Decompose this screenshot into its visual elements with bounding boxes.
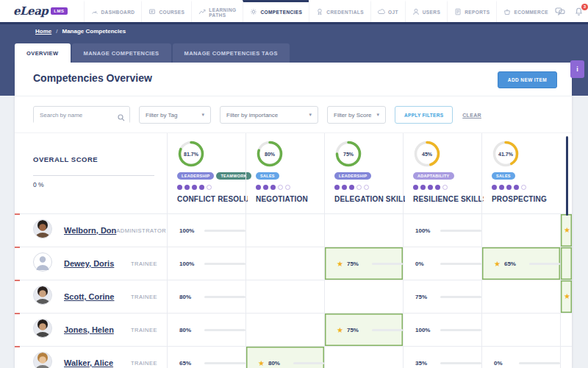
competency-column-2[interactable]: 80%SALESNEGOTIATION [245,133,324,215]
overall-score-block: OVERALL SCORE 0 % [33,155,154,188]
importance-dot [184,185,190,190]
score-value: 80% [179,294,198,300]
progress-bar [519,362,560,364]
competency-name: DELEGATION SKILLS [334,195,405,203]
score-cell[interactable] [324,280,403,313]
clipped-score-cell[interactable]: ★ [560,214,572,247]
logo[interactable]: eLeap LMS [0,0,78,22]
importance-dots [413,185,481,190]
add-new-item-button[interactable]: ADD NEW ITEM [498,71,557,88]
score-cell[interactable] [481,314,560,346]
clipped-score-cell[interactable]: ★ [560,280,572,313]
score-cell[interactable]: 100% [167,214,245,247]
apply-filters-button[interactable]: APPLY FILTERS [395,106,453,124]
filter-by-score-select[interactable]: Filter by Score ▾ [327,106,386,124]
score-cell[interactable]: ★75% [324,314,403,346]
score-cell[interactable]: 80% [167,280,245,313]
tag-pill: LEADERSHIP [334,172,371,180]
score-cell[interactable] [245,214,324,247]
avatar [33,219,52,241]
nav-item-reports[interactable]: REPORTS [447,0,496,22]
competency-column-1[interactable]: 81.7%LEADERSHIPTEAMWORKCONFLICT RESOLU..… [167,133,245,215]
star-icon: ★ [258,359,265,367]
score-cell[interactable] [324,214,403,247]
score-cell[interactable] [481,280,560,313]
score-cell[interactable]: ★75% [324,247,403,280]
user-name-link[interactable]: Scott, Corine [64,292,114,301]
score-value: 100% [179,227,198,234]
breadcrumb-home-link[interactable]: Home [35,28,51,35]
filter-by-tag-select[interactable]: Filter by Tag ▾ [139,106,211,124]
ojt-icon [378,8,385,16]
score-cell[interactable]: ★65% [481,247,560,280]
nav-item-label: LEARNING PATHS [209,7,236,18]
nav-item-ojt[interactable]: OJT [370,0,405,22]
competency-column-3[interactable]: 75%LEADERSHIPDELEGATION SKILLS [324,133,403,215]
nav-item-courses[interactable]: COURSES [141,0,191,22]
user-cell: Jones, HelenTRAINEE [15,314,167,346]
tab-manage-competencies-tags[interactable]: MANAGE COMPETENCIES TAGS [173,43,290,63]
clear-filters-link[interactable]: CLEAR [462,113,481,118]
user-name-link[interactable]: Jones, Helen [64,325,114,334]
score-cell[interactable]: 65% [167,347,245,368]
filter-by-importance-select[interactable]: Filter by importance ▾ [220,106,318,124]
score-donut: 41.7% [492,140,520,168]
nav-item-learning-paths[interactable]: LEARNING PATHS [191,0,243,22]
nav-item-dashboard[interactable]: DASHBOARD [84,0,142,22]
reports-icon [454,8,462,16]
score-donut: 75% [334,140,362,168]
importance-dot [285,185,290,190]
score-cell[interactable] [324,347,403,368]
vertical-scrollbar[interactable] [566,136,568,216]
score-value: 80% [179,327,198,333]
clipped-score-cell[interactable] [560,314,572,346]
tab-overview[interactable]: OVERVIEW [15,43,71,63]
notifications-bell-icon[interactable]: 3 [574,7,584,16]
clipped-score-cell[interactable] [560,247,572,280]
user-role: TRAINEE [131,261,157,267]
importance-dot [521,185,526,190]
user-name-link[interactable]: Walker, Alice [64,358,113,367]
importance-dot [199,185,204,190]
user-name-link[interactable]: Dewey, Doris [64,259,114,268]
importance-dot [428,185,433,190]
user-name-link[interactable]: Welborn, Don [64,226,116,235]
score-donut: 45% [413,140,441,168]
score-cell[interactable]: 0% [403,247,481,280]
nav-item-credentials[interactable]: CREDENTIALS [309,0,370,22]
tag-row: LEADERSHIPTEAMWORK [177,172,245,180]
score-donut-value: 75% [334,140,362,168]
main-nav: DASHBOARDCOURSESLEARNING PATHSCOMPETENCI… [84,0,555,22]
breadcrumb-current: Manage Competencies [62,28,126,35]
search-input[interactable] [34,107,129,124]
score-cell[interactable]: 100% [403,214,481,247]
score-cell[interactable]: 80% [167,314,245,346]
score-cell[interactable]: 0% [481,347,560,368]
score-cell[interactable] [245,280,324,313]
nav-item-users[interactable]: USERS [405,0,447,22]
nav-item-label: REPORTS [465,10,490,15]
clipped-score-cell[interactable] [560,347,572,368]
filters-bar: Filter by Tag ▾ Filter by importance ▾ F… [33,105,557,124]
score-cell[interactable] [481,214,560,247]
importance-dot [435,185,440,190]
chat-icon[interactable] [555,7,565,16]
score-cell[interactable]: 100% [403,314,481,346]
score-cell[interactable] [245,247,324,280]
competency-column-5[interactable]: 41.7%SALESPROSPECTING [481,133,560,215]
nav-item-competencies[interactable]: COMPETENCIES [243,0,309,22]
card-header: Competencies Overview ADD NEW ITEM [15,63,572,96]
score-cell[interactable] [245,314,324,346]
score-cell[interactable]: ★80% [245,347,324,368]
learning-paths-icon [198,8,206,16]
info-side-tab[interactable]: i [570,60,584,78]
progress-bar [204,329,245,331]
competency-name: CONFLICT RESOLU... [177,195,248,203]
score-cell[interactable]: 75% [403,280,481,313]
competency-column-4[interactable]: 45%ADAPTABILITYRESILIENCE SKILLS [403,133,481,215]
score-cell[interactable]: 35% [403,347,481,368]
nav-item-ecommerce[interactable]: ECOMMERCE [496,0,555,22]
tab-manage-competencies[interactable]: MANAGE COMPETENCIES [72,43,171,63]
score-cell[interactable]: 100% [167,247,245,280]
star-icon: ★ [564,292,570,300]
